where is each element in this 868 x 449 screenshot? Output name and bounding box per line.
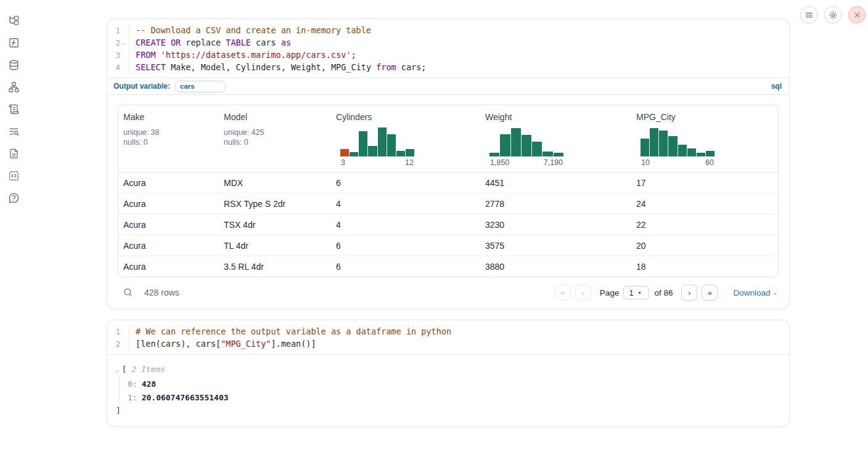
column-header-model[interactable]: Model unique: 425 nulls: 0	[219, 105, 331, 172]
search-panel-icon[interactable]	[7, 125, 20, 137]
data-table: Make unique: 38 nulls: 0 Model unique: 4…	[118, 105, 779, 277]
line-number: 2	[115, 38, 120, 47]
open-bracket: [	[121, 365, 126, 374]
table-cell: 6	[331, 172, 480, 193]
line-number: 1	[115, 327, 120, 336]
mpg-city-histogram	[641, 127, 714, 156]
item-value: 20.060747663551403	[142, 393, 229, 402]
table-cell: Acura	[118, 172, 219, 193]
column-nulls-stat: nulls: 0	[123, 137, 214, 147]
table-row[interactable]: Acura TL 4dr 6 3575 20	[118, 235, 778, 256]
item-key: 0:	[128, 379, 137, 389]
download-button[interactable]: Download ⌄	[733, 288, 777, 297]
python-cell-output: ⌄ [ 2 Items 0: 428 1: 20.060747663551403…	[107, 355, 789, 426]
table-cell: RSX Type S 2dr	[219, 193, 331, 214]
fold-chevron-icon[interactable]: ⌄	[120, 40, 127, 46]
dependency-graph-panel-icon[interactable]	[7, 81, 20, 93]
snippets-panel-icon[interactable]	[7, 169, 20, 182]
table-cell: 4	[331, 193, 480, 214]
chevron-down-icon: ▾	[639, 290, 641, 296]
table-cell: 3.5 RL 4dr	[219, 256, 331, 277]
total-pages-label: of 86	[654, 288, 673, 297]
cylinders-histogram	[340, 127, 414, 156]
table-footer: 428 rows « ‹ Page 1 ▾ of 86 › » Download…	[118, 283, 779, 302]
table-cell: Acura	[118, 235, 219, 256]
table-cell: 17	[631, 172, 779, 193]
table-row[interactable]: Acura TSX 4dr 4 3230 22	[118, 214, 778, 235]
histogram-max-label: 60	[705, 158, 714, 167]
sql-code[interactable]: -- Download a CSV and create an in-memor…	[129, 24, 789, 73]
histogram-max-label: 7,190	[544, 158, 563, 167]
table-row[interactable]: Acura MDX 6 4451 17	[118, 172, 778, 193]
list-item: 1: 20.060747663551403	[128, 390, 779, 404]
first-page-button[interactable]: «	[555, 285, 571, 301]
table-cell: 22	[631, 214, 779, 235]
code-line: FROM 'https://datasets.marimo.app/cars.c…	[136, 49, 789, 61]
documentation-panel-icon[interactable]	[7, 147, 20, 160]
column-header-mpg-city[interactable]: MPG_City 10 60	[631, 105, 779, 172]
item-value: 428	[142, 379, 156, 389]
menu-icon	[805, 10, 814, 20]
data-sources-panel-icon[interactable]	[7, 59, 20, 71]
page-select[interactable]: 1 ▾	[623, 286, 649, 299]
line-number-gutter: 1 2	[107, 325, 129, 350]
line-number: 1	[115, 26, 120, 35]
line-number: 2	[115, 339, 120, 349]
code-line: [len(cars), cars["MPG_City"].mean()]	[136, 338, 789, 350]
python-editor[interactable]: 1 2 # We can reference the output variab…	[107, 320, 789, 354]
column-unique-stat: unique: 425	[224, 127, 326, 137]
histogram-max-label: 12	[405, 158, 414, 167]
table-cell: 6	[331, 256, 480, 277]
settings-button[interactable]	[824, 6, 841, 23]
search-icon	[123, 287, 133, 297]
column-unique-stat: unique: 38	[123, 127, 214, 137]
page-label: Page	[600, 288, 620, 297]
output-variable-input[interactable]	[175, 81, 226, 92]
last-page-button[interactable]: »	[702, 285, 718, 301]
column-header-cylinders[interactable]: Cylinders 3 12	[331, 105, 480, 172]
variables-panel-icon[interactable]	[7, 36, 20, 49]
file-explorer-icon[interactable]	[7, 14, 20, 26]
previous-page-button[interactable]: ‹	[575, 285, 591, 301]
table-cell: MDX	[219, 172, 331, 193]
top-right-controls	[800, 6, 866, 23]
table-cell: 18	[631, 256, 779, 277]
output-variable-label: Output variable:	[113, 82, 170, 91]
histogram-min-label: 1,850	[490, 158, 509, 167]
shutdown-button[interactable]	[848, 6, 866, 23]
table-cell: 24	[631, 193, 779, 214]
menu-button[interactable]	[800, 6, 817, 23]
table-cell: 4451	[480, 172, 631, 193]
search-button[interactable]	[123, 287, 134, 298]
next-page-button[interactable]: ›	[681, 285, 697, 301]
close-icon	[853, 10, 862, 20]
weight-histogram	[489, 127, 563, 156]
logs-panel-icon[interactable]	[7, 103, 20, 115]
item-key: 1:	[128, 393, 137, 402]
language-badge: sql	[771, 82, 782, 91]
table-cell: 4	[331, 214, 480, 235]
sql-editor[interactable]: 1 2⌄ 3 4 -- Download a CSV and create an…	[107, 19, 789, 78]
column-header-weight[interactable]: Weight 1,850 7,190	[480, 105, 631, 172]
sql-cell: 1 2⌄ 3 4 -- Download a CSV and create an…	[107, 18, 790, 309]
table-cell: 6	[331, 235, 480, 256]
close-bracket: ]	[116, 404, 779, 416]
list-item: 0: 428	[128, 377, 779, 390]
code-line: SELECT Make, Model, Cylinders, Weight, M…	[136, 61, 789, 73]
row-count: 428 rows	[144, 288, 179, 297]
items-count-label: 2 Items	[131, 365, 165, 374]
table-cell: Acura	[118, 214, 219, 235]
code-line: # We can reference the output variable a…	[136, 325, 789, 338]
table-cell: TL 4dr	[219, 235, 331, 256]
sql-cell-output: Make unique: 38 nulls: 0 Model unique: 4…	[107, 95, 789, 309]
gear-icon	[829, 10, 838, 20]
column-header-make[interactable]: Make unique: 38 nulls: 0	[118, 105, 219, 172]
table-row[interactable]: Acura RSX Type S 2dr 4 2778 24	[118, 193, 778, 214]
table-row[interactable]: Acura 3.5 RL 4dr 6 3880 18	[118, 256, 778, 277]
tree-collapse-chevron-icon[interactable]: ⌄	[116, 366, 119, 373]
table-cell: Acura	[118, 256, 219, 277]
python-code[interactable]: # We can reference the output variable a…	[129, 325, 789, 350]
help-panel-icon[interactable]	[7, 192, 20, 204]
table-header: Make unique: 38 nulls: 0 Model unique: 4…	[118, 105, 778, 172]
table-cell: 3880	[480, 256, 631, 277]
